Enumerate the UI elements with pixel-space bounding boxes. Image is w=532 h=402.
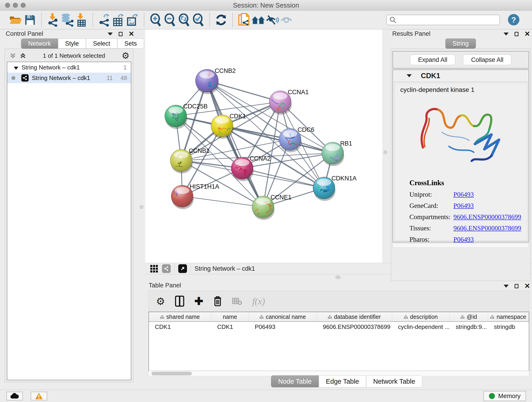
crosslink-label: Compartments:: [409, 213, 453, 221]
collapse-all-networks-icon[interactable]: [9, 52, 16, 59]
table-row[interactable]: CDK1CDK1P064939606.ENSP00000378699cyclin…: [149, 322, 529, 332]
function-builder-icon[interactable]: f(x): [252, 296, 265, 307]
crosslink-link[interactable]: P06493: [453, 191, 474, 198]
network-row[interactable]: String Network – cdk1 11 48: [7, 73, 131, 83]
crosslink-link[interactable]: 9606.ENSP00000378699: [453, 224, 521, 232]
expand-all-button[interactable]: Expand All: [410, 55, 456, 65]
network-badge-icon[interactable]: [162, 264, 171, 273]
float-control-panel-icon[interactable]: [119, 32, 123, 36]
network-collection-row[interactable]: String Network – cdk1 1: [7, 62, 131, 73]
warning-status-button[interactable]: [31, 392, 47, 400]
table-cell[interactable]: stringdb:9...: [450, 323, 488, 331]
collapse-all-button[interactable]: Collapse All: [463, 55, 511, 65]
network-options-gear-icon[interactable]: ⚙: [122, 51, 129, 61]
zoom-fit-button[interactable]: [177, 13, 191, 27]
tab-network-table[interactable]: Network Table: [366, 375, 422, 387]
export-table-button[interactable]: [111, 13, 126, 27]
open-folder-icon: [9, 15, 22, 25]
table-cell[interactable]: cyclin-dependent ...: [392, 323, 450, 331]
crosslink-link[interactable]: P06493: [453, 236, 474, 243]
collection-expander-icon[interactable]: [14, 67, 18, 70]
column-header-database-identifier[interactable]: database identifier: [317, 312, 392, 321]
tab-string[interactable]: String: [445, 38, 476, 49]
import-table-button[interactable]: [74, 13, 89, 27]
view-grid-icon[interactable]: [150, 265, 158, 273]
birdseye-toggle-icon[interactable]: [178, 264, 187, 273]
show-panel-button[interactable]: [279, 13, 294, 27]
tab-network[interactable]: Network: [21, 38, 58, 49]
cloud-status-button[interactable]: [6, 392, 23, 400]
apply-layout-button[interactable]: [214, 13, 228, 27]
edge-HIST1H1A-CCNE1[interactable]: [182, 196, 263, 207]
zoom-out-button[interactable]: [163, 13, 177, 27]
node-CDC25B[interactable]: CDC25B: [165, 103, 208, 129]
collapse-table-panel-icon[interactable]: [504, 285, 509, 288]
copy-network-icon: [238, 13, 250, 27]
close-table-panel-icon[interactable]: ✕: [525, 283, 530, 289]
close-control-panel-icon[interactable]: ✕: [128, 31, 134, 37]
float-table-panel-icon[interactable]: [515, 284, 519, 288]
node-HIST1H1A[interactable]: HIST1H1A: [171, 183, 219, 209]
collapse-results-panel-icon[interactable]: [504, 32, 509, 36]
node-CCNE1[interactable]: CCNE1: [249, 194, 291, 222]
tab-edge-table[interactable]: Edge Table: [319, 375, 366, 387]
collapse-control-panel-icon[interactable]: [108, 32, 113, 36]
node-CCNA2[interactable]: CCNA2: [231, 155, 271, 181]
table-cell[interactable]: CDK1: [211, 323, 249, 331]
node-RB1[interactable]: RB1: [322, 140, 352, 166]
node-CDKN1A[interactable]: CDKN1A: [313, 175, 356, 201]
hide-panel-button[interactable]: [265, 13, 279, 27]
table-cell[interactable]: P06493: [249, 323, 317, 331]
node-CCNA1[interactable]: CCNA1: [269, 89, 309, 115]
help-button[interactable]: ?: [508, 14, 519, 26]
column-header-name[interactable]: name: [211, 312, 249, 321]
import-network-from-database-button[interactable]: [60, 13, 74, 27]
delete-table-icon[interactable]: [232, 297, 242, 305]
memory-label: Memory: [498, 393, 520, 400]
network-canvas[interactable]: CCNB2CCNA1CDC25BCDK1CDC6RB1CCNB1CCNA2CDK…: [145, 29, 382, 263]
table-cell[interactable]: CDK1: [149, 323, 211, 331]
home-button[interactable]: [251, 13, 265, 27]
zoom-selected-button[interactable]: [191, 13, 205, 27]
tab-style[interactable]: Style: [58, 38, 86, 49]
delete-column-icon[interactable]: [213, 296, 222, 307]
close-results-panel-icon[interactable]: ✕: [525, 31, 530, 37]
search-input[interactable]: [386, 15, 500, 25]
crosslink-link[interactable]: 9606.ENSP00000378699: [453, 213, 521, 221]
table-gear-icon[interactable]: ⚙: [156, 295, 165, 307]
left-splitter-handle[interactable]: [140, 205, 143, 209]
right-splitter-handle[interactable]: [384, 150, 387, 154]
show-columns-icon[interactable]: [175, 296, 184, 307]
column-header-description[interactable]: description: [392, 312, 450, 321]
node-CDK1[interactable]: CDK1: [211, 113, 246, 139]
node-CCNB2[interactable]: CCNB2: [196, 67, 236, 94]
table-scrollbar-thumb[interactable]: [152, 372, 192, 375]
export-network-button[interactable]: [97, 13, 111, 27]
node-CDC6[interactable]: CDC6: [279, 126, 314, 154]
tab-sets[interactable]: Sets: [117, 38, 144, 49]
table-cell[interactable]: 9606.ENSP00000378699: [317, 323, 392, 331]
column-header--id[interactable]: @id: [450, 312, 488, 321]
column-header-canonical-name[interactable]: canonical name: [249, 312, 317, 321]
save-session-button[interactable]: [23, 13, 37, 27]
float-results-panel-icon[interactable]: [515, 32, 519, 36]
column-header-shared-name[interactable]: shared name: [149, 312, 211, 321]
table-splitter-handle[interactable]: [336, 276, 341, 279]
add-column-icon[interactable]: ✚: [194, 295, 203, 307]
import-network-button[interactable]: [46, 13, 60, 27]
export-image-button[interactable]: [126, 13, 140, 27]
clone-network-button[interactable]: [237, 13, 251, 27]
memory-button[interactable]: Memory: [483, 391, 526, 401]
control-panel-title: Control Panel: [6, 30, 43, 37]
gene-section-expander-icon[interactable]: [407, 74, 412, 77]
zoom-in-button[interactable]: [148, 13, 163, 27]
results-horizontal-scrollbar[interactable]: [393, 243, 529, 248]
tab-select[interactable]: Select: [86, 38, 117, 49]
edge-CCNA2-CDKN1A[interactable]: [242, 168, 324, 188]
column-header-namespace[interactable]: namespace: [488, 312, 529, 321]
crosslink-link[interactable]: P06493: [453, 202, 474, 210]
expand-all-networks-icon[interactable]: [19, 52, 26, 59]
open-session-button[interactable]: [9, 13, 23, 27]
table-cell[interactable]: stringdb: [488, 323, 529, 331]
tab-node-table[interactable]: Node Table: [271, 375, 319, 387]
